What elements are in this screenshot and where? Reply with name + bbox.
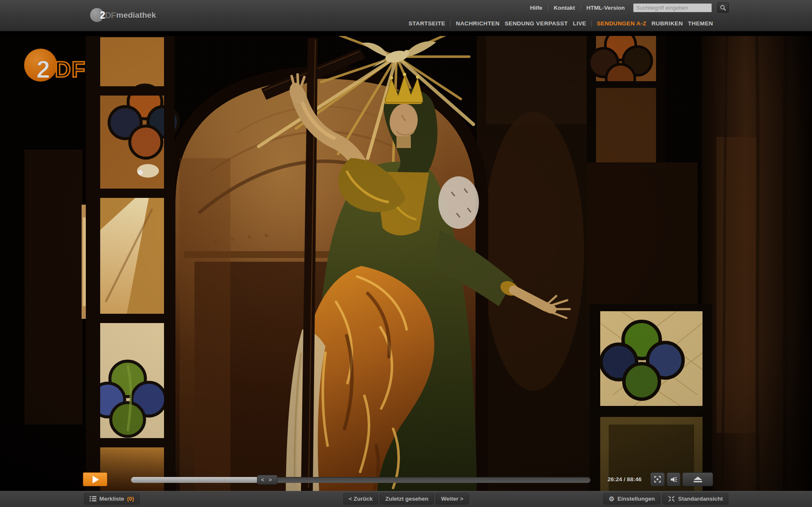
- progress-handle[interactable]: < >: [257, 475, 278, 485]
- back-button[interactable]: < Zurück: [343, 493, 378, 504]
- nav-nachrichten[interactable]: NACHRICHTEN: [456, 20, 499, 27]
- separator: [548, 5, 548, 11]
- search-input[interactable]: [633, 3, 712, 12]
- play-button[interactable]: [83, 472, 107, 486]
- next-button[interactable]: Weiter >: [436, 493, 469, 504]
- zdf-mediathek-page: 2 DF mediathek Hilfe Kontakt HTML-Versio…: [0, 0, 812, 507]
- time-display: 26:24 / 88:46: [600, 472, 649, 486]
- recently-watched-button[interactable]: Zuletzt gesehen: [380, 493, 434, 504]
- list-icon: [90, 496, 96, 502]
- settings-label: Einstellungen: [618, 496, 655, 502]
- merkliste-button[interactable]: Merkliste (0): [84, 493, 139, 504]
- zdf-mediathek-logo[interactable]: 2 DF mediathek: [90, 8, 156, 22]
- link-hilfe[interactable]: Hilfe: [530, 5, 542, 11]
- play-triangle-icon: [93, 476, 99, 483]
- nav-sendung-verpasst[interactable]: SENDUNG VERPASST: [505, 20, 568, 27]
- standard-view-label: Standardansicht: [678, 496, 723, 502]
- collapse-arrows-icon: [668, 496, 675, 502]
- separator: [580, 5, 581, 11]
- eject-button[interactable]: [682, 472, 713, 486]
- nav-themen[interactable]: THEMEN: [688, 20, 713, 27]
- logo-number: 2: [100, 10, 105, 21]
- magnifier-icon: [720, 5, 726, 11]
- link-html-version[interactable]: HTML-Version: [586, 5, 625, 11]
- nav-rubriken[interactable]: RUBRIKEN: [651, 20, 683, 27]
- vignette: [0, 31, 812, 491]
- gear-icon: ⚙: [609, 496, 614, 502]
- fullscreen-frame-icon: [653, 475, 662, 483]
- logo-word: mediathek: [116, 11, 156, 20]
- video-stage[interactable]: 2 DF: [0, 31, 812, 491]
- logo-circle-icon: 2: [90, 8, 104, 22]
- pager-buttons: < Zurück Zuletzt gesehen Weiter >: [343, 493, 469, 504]
- nav-startseite[interactable]: STARTSEITE: [408, 20, 445, 27]
- main-navigation: STARTSEITE NACHRICHTEN SENDUNG VERPASST …: [408, 15, 713, 31]
- progress-bar[interactable]: < >: [131, 477, 591, 483]
- nav-sendungen-a-z[interactable]: SENDUNGEN A-Z: [597, 20, 646, 27]
- link-kontakt[interactable]: Kontakt: [554, 5, 575, 11]
- letterbox-top: [0, 31, 812, 36]
- progress-fill: [131, 477, 268, 483]
- search-button[interactable]: [717, 3, 729, 13]
- view-buttons: ⚙ Einstellungen Standardansicht: [603, 493, 728, 504]
- standard-view-button[interactable]: Standardansicht: [662, 493, 728, 504]
- separator: [591, 20, 592, 27]
- logo-letters: DF: [105, 10, 116, 20]
- merkliste-label: Merkliste: [99, 496, 124, 502]
- video-scene: 2 DF: [0, 31, 812, 491]
- mute-button[interactable]: [667, 472, 681, 486]
- speaker-icon: [670, 476, 678, 483]
- settings-button[interactable]: ⚙ Einstellungen: [603, 493, 660, 504]
- nav-live[interactable]: LIVE: [573, 20, 586, 27]
- merkliste-count: (0): [127, 496, 134, 502]
- separator: [450, 20, 451, 27]
- fullscreen-button[interactable]: [650, 472, 665, 486]
- utility-links: Hilfe Kontakt HTML-Version: [530, 0, 729, 15]
- eject-icon: [692, 477, 704, 482]
